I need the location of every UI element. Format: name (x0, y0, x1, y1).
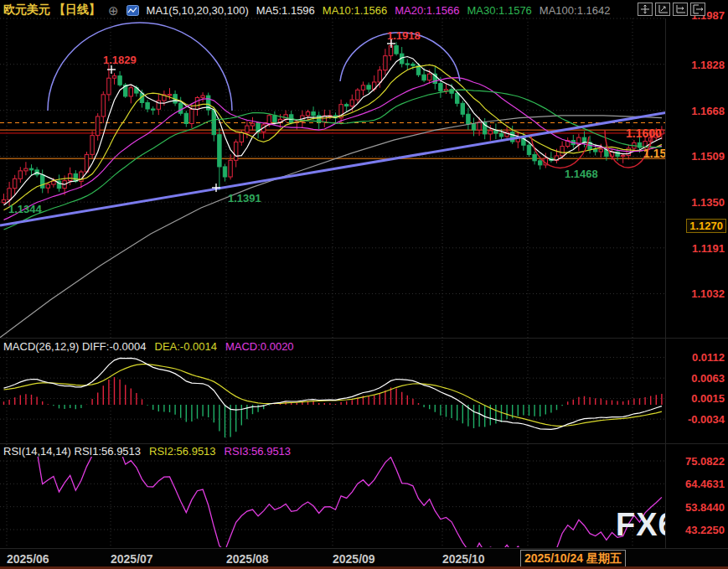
chart-canvas[interactable]: 1.18291.19181.13441.13911.14681.16001.15… (0, 0, 728, 569)
month-label: 2025/08 (226, 552, 269, 566)
axis-separator (665, 18, 666, 549)
price-annotation: 1.1391 (228, 192, 261, 204)
pane-separator (0, 443, 728, 444)
ma20-value: MA20:1.1566 (395, 4, 459, 17)
axis-label: 1.1509 (691, 150, 725, 163)
pan-tool-button[interactable] (638, 3, 653, 16)
rsi2-value: RSI2:56.9513 (149, 445, 216, 458)
month-label: 2025/06 (7, 552, 49, 566)
price-annotation: 1.1829 (103, 54, 137, 66)
chart-header: 欧元美元 【日线】 ⊕ MA1(5,10,20,30,100) MA5:1.15… (3, 3, 610, 18)
rsi-axis-label: 43.2250 (685, 524, 725, 536)
symbol-title: 欧元美元 (3, 3, 50, 18)
month-label: 2025/10 (442, 552, 485, 566)
macd-header: MACD(26,12,9) DIFF:-0.0004 DEA:-0.0014 M… (3, 340, 294, 353)
chart-type-icon[interactable] (126, 5, 139, 16)
latest-date-badge: 2025/10/24 星期五 (520, 550, 626, 568)
price-annotation: 1.1468 (565, 168, 598, 180)
ma30-value: MA30:1.1576 (467, 4, 532, 17)
rsi-header: RSI(14,14,14) RSI1:56.9513 RSI2:56.9513 … (3, 445, 291, 458)
price-annotation: 1.1918 (387, 29, 421, 42)
axis-label-highlighted: 1.1270 (686, 219, 726, 233)
rsi-axis-label: 53.8440 (685, 501, 725, 514)
macd-value: MACD:0.0020 (225, 340, 294, 353)
macd-axis-label: -0.0034 (688, 413, 725, 426)
candles-layer (2, 39, 663, 206)
ma-lines (0, 57, 662, 338)
period-label[interactable]: 【日线】 (54, 3, 101, 18)
axis-label: 1.1032 (691, 287, 725, 300)
axis-label: 1.1350 (691, 196, 725, 209)
auto-scale-button[interactable] (655, 3, 670, 16)
pane-separator (0, 338, 728, 339)
macd-diff-value[interactable]: MACD(26,12,9) DIFF:-0.0004 (3, 340, 147, 353)
gridlines (0, 18, 665, 552)
macd-axis-label: 0.0063 (691, 372, 725, 385)
macd-axis-label: 0.0112 (692, 351, 725, 364)
ma100-value: MA100:1.1642 (540, 4, 611, 17)
price-annotation: 1.1344 (8, 203, 43, 215)
macd-dea-value: DEA:-0.0014 (155, 340, 217, 353)
ma10-value: MA10:1.1566 (323, 4, 387, 17)
rsi1-value[interactable]: RSI(14,14,14) RSI1:56.9513 (3, 445, 141, 458)
chart-toolbar (638, 3, 705, 16)
axis-label: 1.1668 (691, 105, 725, 117)
ma5-value: MA5:1.1596 (256, 4, 315, 17)
goto-latest-button[interactable] (690, 3, 705, 16)
price-axis[interactable]: 1.1987 1.1828 1.1668 1.1509 1.1350 1.127… (666, 0, 728, 569)
axis-label: 1.1828 (691, 59, 725, 71)
hline-price-tag[interactable]: 1.1600 (626, 127, 662, 140)
chart-window: 1.18291.19181.13441.13911.14681.16001.15… (0, 0, 728, 569)
ma-settings-label[interactable]: MA1(5,10,20,30,100) (147, 4, 249, 17)
add-indicator-icon[interactable]: ⊕ (108, 4, 119, 17)
axis-label: 1.1191 (692, 242, 725, 255)
month-label: 2025/07 (111, 552, 153, 566)
rsi3-value: RSI3:56.9513 (225, 445, 292, 458)
rsi-axis-label: 64.4631 (685, 478, 725, 490)
time-scale-button[interactable] (673, 3, 688, 16)
macd-axis-label: 0.0015 (691, 392, 725, 405)
rsi-axis-label: 75.0822 (685, 455, 725, 468)
month-label: 2025/09 (333, 552, 375, 566)
